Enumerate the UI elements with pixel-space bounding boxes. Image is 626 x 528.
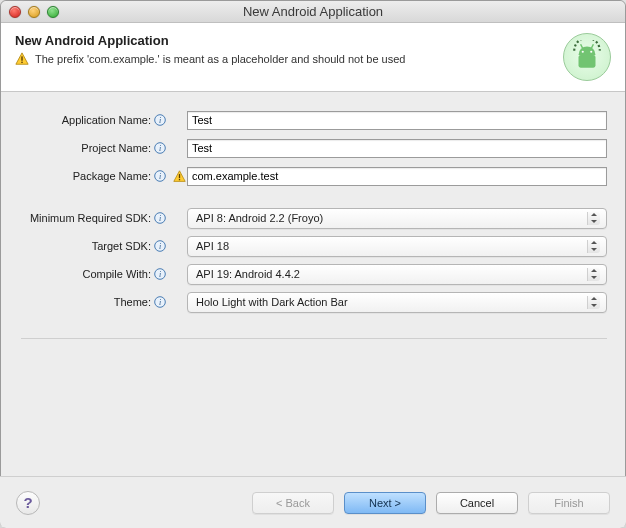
info-icon[interactable]: i: [153, 212, 166, 225]
info-icon[interactable]: i: [153, 114, 166, 127]
min-sdk-value: API 8: Android 2.2 (Froyo): [196, 212, 323, 224]
updown-arrows-icon: [590, 240, 598, 252]
help-button[interactable]: ?: [16, 491, 40, 515]
svg-text:i: i: [158, 144, 160, 153]
theme-combo[interactable]: Holo Light with Dark Action Bar: [187, 292, 607, 313]
row-target-sdk: Target SDK: i API 18: [21, 234, 607, 258]
svg-rect-1: [21, 62, 22, 63]
updown-arrows-icon: [590, 212, 598, 224]
info-icon[interactable]: i: [153, 142, 166, 155]
svg-text:i: i: [158, 214, 160, 223]
row-application-name: Application Name: i: [21, 108, 607, 132]
theme-value: Holo Light with Dark Action Bar: [196, 296, 348, 308]
help-icon: ?: [23, 494, 32, 511]
back-button: < Back: [252, 492, 334, 514]
row-package-name: Package Name: i: [21, 164, 607, 188]
window-title: New Android Application: [1, 4, 625, 19]
svg-rect-13: [178, 174, 179, 178]
row-theme: Theme: i Holo Light with Dark Action Bar: [21, 290, 607, 314]
svg-rect-2: [579, 55, 596, 68]
application-name-input[interactable]: [187, 111, 607, 130]
updown-arrows-icon: [590, 296, 598, 308]
label-application-name: Application Name:: [62, 114, 151, 126]
label-target-sdk: Target SDK:: [92, 240, 151, 252]
svg-point-3: [582, 51, 584, 53]
info-icon[interactable]: i: [153, 296, 166, 309]
svg-line-6: [591, 44, 593, 48]
svg-text:i: i: [158, 172, 160, 181]
svg-text:i: i: [158, 242, 160, 251]
warning-message-text: The prefix 'com.example.' is meant as a …: [35, 53, 405, 65]
target-sdk-value: API 18: [196, 240, 229, 252]
package-warning-icon: [171, 170, 187, 183]
page-title: New Android Application: [15, 33, 563, 48]
svg-rect-0: [21, 56, 22, 60]
compile-with-combo[interactable]: API 19: Android 4.4.2: [187, 264, 607, 285]
window-controls: [9, 6, 59, 18]
zoom-window-button[interactable]: [47, 6, 59, 18]
svg-text:i: i: [158, 116, 160, 125]
row-compile-with: Compile With: i API 19: Android 4.4.2: [21, 262, 607, 286]
cancel-button[interactable]: Cancel: [436, 492, 518, 514]
wizard-footer: ? < Back Next > Cancel Finish: [0, 476, 626, 528]
info-icon[interactable]: i: [153, 240, 166, 253]
label-compile-with: Compile With:: [83, 268, 151, 280]
svg-text:i: i: [158, 270, 160, 279]
min-sdk-combo[interactable]: API 8: Android 2.2 (Froyo): [187, 208, 607, 229]
svg-rect-14: [178, 178, 179, 179]
warning-message-row: The prefix 'com.example.' is meant as a …: [15, 52, 563, 66]
form-separator: [21, 338, 607, 339]
updown-arrows-icon: [590, 268, 598, 280]
label-theme: Theme:: [114, 296, 151, 308]
label-min-sdk: Minimum Required SDK:: [30, 212, 151, 224]
row-min-sdk: Minimum Required SDK: i API 8: Android 2…: [21, 206, 607, 230]
svg-point-4: [590, 51, 592, 53]
target-sdk-combo[interactable]: API 18: [187, 236, 607, 257]
svg-text:i: i: [158, 298, 160, 307]
row-project-name: Project Name: i: [21, 136, 607, 160]
titlebar: New Android Application: [1, 1, 625, 23]
project-name-input[interactable]: [187, 139, 607, 158]
warning-icon: [15, 52, 29, 66]
close-window-button[interactable]: [9, 6, 21, 18]
compile-with-value: API 19: Android 4.4.2: [196, 268, 300, 280]
wizard-header: New Android Application The prefix 'com.…: [1, 23, 625, 92]
label-package-name: Package Name:: [73, 170, 151, 182]
minimize-window-button[interactable]: [28, 6, 40, 18]
finish-button: Finish: [528, 492, 610, 514]
form-area: Application Name: i Project Name: i Pack…: [1, 92, 625, 345]
android-logo-icon: [563, 33, 611, 81]
info-icon[interactable]: i: [153, 268, 166, 281]
label-project-name: Project Name:: [81, 142, 151, 154]
next-button[interactable]: Next >: [344, 492, 426, 514]
info-icon[interactable]: i: [153, 170, 166, 183]
package-name-input[interactable]: [187, 167, 607, 186]
svg-line-5: [581, 44, 583, 48]
